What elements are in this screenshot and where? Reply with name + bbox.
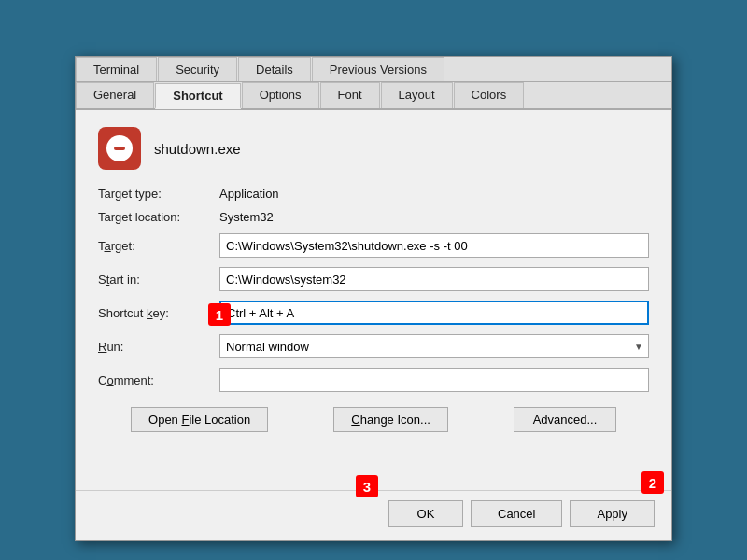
run-select-wrapper: Normal windowMinimizedMaximized ▼: [219, 334, 649, 358]
target-type-label: Target type:: [98, 187, 219, 201]
target-label: Target:: [98, 239, 219, 253]
start-in-label: Start in:: [98, 273, 219, 287]
run-select[interactable]: Normal windowMinimizedMaximized: [219, 334, 649, 358]
target-location-label: Target location:: [98, 210, 219, 224]
ok-button[interactable]: OK: [388, 500, 463, 527]
shortcut-key-input[interactable]: [219, 301, 649, 325]
step2-badge: 2: [641, 471, 664, 494]
start-in-row: Start in:: [98, 267, 649, 291]
bottom-tab-bar: General Shortcut Options Font Layout Col…: [76, 82, 671, 110]
tab-general[interactable]: General: [76, 82, 154, 108]
app-header: shutdown.exe: [98, 127, 649, 170]
action-button-row: Open File Location Change Icon... Advanc…: [98, 407, 649, 432]
target-type-value: Application: [219, 187, 279, 201]
advanced-button[interactable]: Advanced...: [514, 407, 616, 432]
tab-options[interactable]: Options: [242, 82, 319, 108]
comment-row: Comment:: [98, 368, 649, 392]
target-location-row: Target location: System32: [98, 210, 649, 224]
run-label: Run:: [98, 340, 219, 354]
comment-label: Comment:: [98, 373, 219, 387]
tab-details[interactable]: Details: [238, 57, 311, 81]
target-type-row: Target type: Application: [98, 187, 649, 201]
apply-button[interactable]: Apply: [570, 500, 655, 527]
step1-badge: 1: [208, 303, 231, 326]
dialog-footer: 3 OK Cancel 2 Apply: [76, 490, 671, 540]
tab-previous-versions[interactable]: Previous Versions: [312, 57, 444, 81]
shortcut-key-row: Shortcut key: 1: [98, 301, 649, 325]
top-tab-bar: Terminal Security Details Previous Versi…: [76, 57, 671, 82]
start-in-input[interactable]: [219, 267, 649, 291]
app-icon: [98, 127, 141, 170]
tab-font[interactable]: Font: [320, 82, 380, 108]
open-file-location-button[interactable]: Open File Location: [131, 407, 268, 432]
dialog-body: shutdown.exe Target type: Application Ta…: [76, 110, 671, 490]
tab-layout[interactable]: Layout: [381, 82, 453, 108]
app-icon-inner: [106, 135, 133, 161]
tab-shortcut[interactable]: Shortcut: [155, 83, 240, 109]
step3-badge: 3: [356, 475, 378, 497]
tab-terminal[interactable]: Terminal: [76, 57, 157, 81]
target-row: Target:: [98, 233, 649, 258]
comment-input[interactable]: [219, 368, 649, 392]
run-row: Run: Normal windowMinimizedMaximized ▼: [98, 334, 649, 358]
change-icon-button[interactable]: Change Icon...: [333, 407, 448, 432]
cancel-button[interactable]: Cancel: [471, 500, 562, 527]
tab-security[interactable]: Security: [158, 57, 237, 81]
target-location-value: System32: [219, 210, 274, 224]
target-input[interactable]: [219, 233, 649, 258]
app-name: shutdown.exe: [154, 141, 241, 157]
shortcut-key-label: Shortcut key:: [98, 306, 219, 320]
tab-colors[interactable]: Colors: [454, 82, 525, 108]
properties-dialog: Terminal Security Details Previous Versi…: [75, 56, 672, 541]
